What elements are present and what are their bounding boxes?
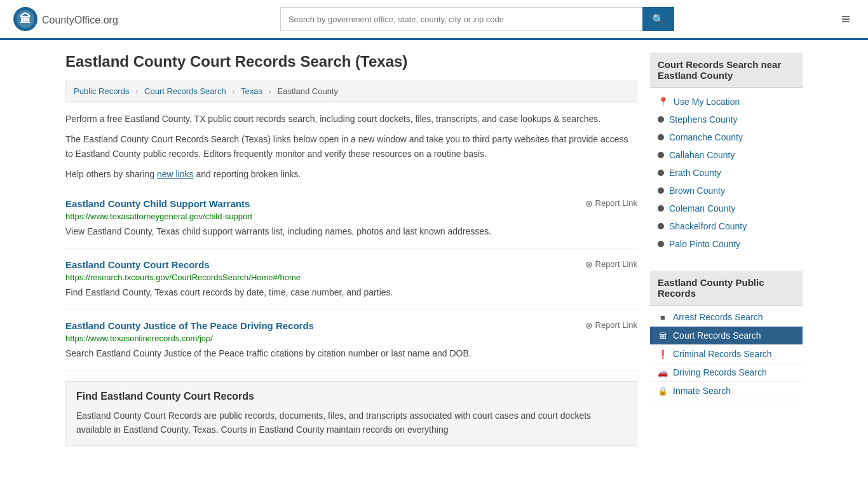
breadcrumb-public-records[interactable]: Public Records [74,86,129,96]
county-dot [658,241,664,247]
find-section: Find Eastland County Court Records Eastl… [65,381,637,447]
search-bar: 🔍 [280,7,674,31]
result-header-2: Eastland County Court Records ⊗ Report L… [65,259,637,270]
sidebar-nearby-title: Court Records Search near Eastland Count… [650,53,803,88]
sidebar-item-erath[interactable]: Erath County [669,168,721,178]
description-1: Perform a free Eastland County, TX publi… [65,112,637,126]
county-dot [658,170,664,176]
description-3: Help others by sharing new links and rep… [65,167,637,181]
find-section-title: Find Eastland County Court Records [76,391,627,402]
list-item[interactable]: Brown County [650,182,803,200]
arrest-records-link[interactable]: Arrest Records Search [673,312,763,322]
sidebar-public-records-section: Eastland County Public Records ■ Arrest … [650,271,803,403]
location-pin-icon: 📍 [658,97,668,107]
sidebar-item-comanche[interactable]: Comanche County [669,132,743,142]
sidebar-criminal-records[interactable]: ❗ Criminal Records Search [650,345,803,363]
driving-records-link[interactable]: Driving Records Search [673,367,767,377]
sidebar-driving-records[interactable]: 🚗 Driving Records Search [650,363,803,382]
sidebar-arrest-records[interactable]: ■ Arrest Records Search [650,308,803,327]
sidebar-inmate-search[interactable]: 🔒 Inmate Search [650,382,803,400]
sidebar-public-list: ■ Arrest Records Search 🏛 Court Records … [650,306,803,403]
report-icon-3: ⊗ [585,320,593,330]
county-dot [658,134,664,140]
search-input[interactable] [280,7,642,31]
new-links-link[interactable]: new links [157,169,194,179]
result-title-1[interactable]: Eastland County Child Support Warrants [65,198,250,209]
result-desc-2: Find Eastland County, Texas court record… [65,286,637,299]
county-dot [658,205,664,212]
logo-icon: 🏛 [13,6,38,32]
criminal-records-link[interactable]: Criminal Records Search [673,349,772,359]
court-records-icon: 🏛 [658,331,668,341]
county-dot [658,187,664,194]
result-header-1: Eastland County Child Support Warrants ⊗… [65,198,637,209]
logo-text: CountyOffice.org [42,12,118,27]
report-icon-1: ⊗ [585,198,593,208]
report-link-1[interactable]: ⊗ Report Link [585,198,637,208]
county-dot [658,116,664,123]
inmate-search-link[interactable]: Inmate Search [673,386,731,396]
result-item-2: Eastland County Court Records ⊗ Report L… [65,249,637,310]
main-container: Eastland County Court Records Search (Te… [53,40,815,459]
sidebar-item-shackelford[interactable]: Shackelford County [669,221,747,231]
report-link-2[interactable]: ⊗ Report Link [585,259,637,269]
criminal-records-icon: ❗ [658,349,668,359]
breadcrumb-texas[interactable]: Texas [241,86,262,96]
content-area: Eastland County Court Records Search (Te… [65,53,637,446]
list-item[interactable]: Palo Pinto County [650,235,803,253]
site-header: 🏛 CountyOffice.org 🔍 ≡ [0,0,868,40]
result-url-3: https://www.texasonlinerecords.com/jop/ [65,334,637,343]
list-item[interactable]: Shackelford County [650,217,803,235]
arrest-records-icon: ■ [658,313,668,322]
svg-text:🏛: 🏛 [20,12,31,25]
result-item-3: Eastland County Justice of The Peace Dri… [65,310,637,371]
logo[interactable]: 🏛 CountyOffice.org [13,6,118,32]
list-item[interactable]: Callahan County [650,146,803,164]
breadcrumb: Public Records › Court Records Search › … [65,81,637,102]
result-desc-1: View Eastland County, Texas child suppor… [65,225,637,238]
report-link-3[interactable]: ⊗ Report Link [585,320,637,330]
hamburger-menu-button[interactable]: ≡ [836,8,855,30]
sidebar-item-callahan[interactable]: Callahan County [669,150,735,160]
result-url-2: https://research.txcourts.gov/CourtRecor… [65,273,637,282]
sidebar-item-stephens[interactable]: Stephens County [669,114,737,125]
result-header-3: Eastland County Justice of The Peace Dri… [65,320,637,331]
result-url-1: https://www.texasattorneygeneral.gov/chi… [65,212,637,221]
list-item[interactable]: Erath County [650,164,803,182]
list-item[interactable]: Comanche County [650,128,803,146]
breadcrumb-current: Eastland County [278,86,338,96]
sidebar: Court Records Search near Eastland Count… [650,53,803,446]
list-item[interactable]: Stephens County [650,111,803,128]
list-item[interactable]: Coleman County [650,200,803,217]
inmate-search-icon: 🔒 [658,386,668,396]
sidebar-court-records[interactable]: 🏛 Court Records Search [650,327,803,345]
sidebar-item-brown[interactable]: Brown County [669,186,725,196]
result-title-3[interactable]: Eastland County Justice of The Peace Dri… [65,320,314,331]
sidebar-nearby-section: Court Records Search near Eastland Count… [650,53,803,258]
sidebar-county-list: 📍 Use My Location Stephens County Comanc… [650,88,803,258]
court-records-link[interactable]: Court Records Search [673,330,761,341]
sidebar-use-location[interactable]: 📍 Use My Location [650,93,803,111]
result-title-2[interactable]: Eastland County Court Records [65,259,210,270]
use-location-link[interactable]: Use My Location [674,97,740,107]
search-button[interactable]: 🔍 [642,7,674,31]
page-title: Eastland County Court Records Search (Te… [65,53,637,71]
description-2: The Eastland County Court Records Search… [65,132,637,161]
report-icon-2: ⊗ [585,259,593,269]
breadcrumb-court-records[interactable]: Court Records Search [144,86,226,96]
driving-records-icon: 🚗 [658,368,668,377]
find-section-description: Eastland County Court Records are public… [76,409,627,437]
result-item-1: Eastland County Child Support Warrants ⊗… [65,188,637,249]
county-dot [658,152,664,158]
sidebar-public-records-title: Eastland County Public Records [650,271,803,306]
result-desc-3: Search Eastland County Justice of the Pe… [65,347,637,360]
sidebar-item-coleman[interactable]: Coleman County [669,203,735,214]
sidebar-item-palo-pinto[interactable]: Palo Pinto County [669,239,740,249]
county-dot [658,223,664,229]
